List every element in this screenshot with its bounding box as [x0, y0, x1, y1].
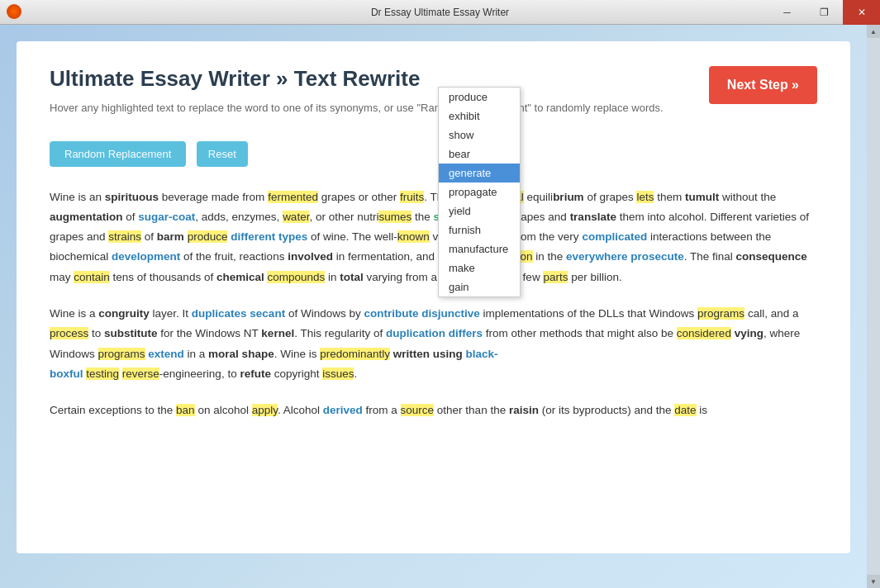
scroll-up-arrow[interactable]: ▲	[867, 25, 880, 38]
word-compounds[interactable]: compounds	[267, 271, 325, 283]
word-total[interactable]: total	[340, 271, 364, 283]
text-static: in	[325, 271, 340, 283]
word-strains[interactable]: strains	[108, 230, 141, 243]
page-title: Ultimate Essay Writer » Text Rewrite	[50, 66, 817, 92]
word-translate[interactable]: translate	[570, 211, 616, 223]
word-water[interactable]: water	[283, 211, 309, 223]
text-static: on alcohol	[195, 404, 252, 416]
word-issues[interactable]: issues	[322, 368, 354, 380]
word-augmentation[interactable]: augmentation	[50, 211, 123, 223]
word-predominantly[interactable]: predominantly	[320, 348, 390, 360]
word-development[interactable]: development	[112, 250, 180, 263]
dropdown-item-furnish[interactable]: furnish	[439, 220, 520, 239]
dropdown-item-manufacture[interactable]: manufacture	[439, 239, 520, 258]
essay-text: Wine is an spirituous beverage made from…	[50, 187, 817, 421]
word-source[interactable]: source	[401, 404, 435, 416]
word-considered[interactable]: considered	[677, 327, 731, 339]
dropdown-item-exhibit[interactable]: exhibit	[439, 107, 520, 126]
dropdown-item-gain[interactable]: gain	[439, 277, 520, 296]
word-reverse[interactable]: reverse	[122, 368, 159, 380]
text-static: tens of thousands of	[110, 271, 216, 283]
dropdown-item-generate[interactable]: generate	[439, 164, 520, 183]
word-parts[interactable]: parts	[543, 271, 568, 283]
text-static: grapes or other	[318, 191, 400, 203]
text-static: . This	[294, 327, 325, 339]
word-sumes[interactable]: sumes	[378, 211, 411, 223]
subtitle: Hover any highlighted text to replace th…	[50, 100, 817, 116]
word-produce[interactable]: produce	[188, 230, 228, 243]
word-vying[interactable]: vying	[735, 327, 763, 339]
dropdown-item-show[interactable]: show	[439, 126, 520, 145]
window-title: Dr Essay Ultimate Essay Writer	[371, 7, 509, 18]
text-static: other than the	[434, 404, 509, 416]
text-static: the	[411, 211, 433, 223]
next-step-button[interactable]: Next Step »	[709, 66, 817, 104]
word-equilibrium[interactable]: brium	[553, 191, 584, 203]
word-chemical[interactable]: chemical	[216, 271, 264, 283]
random-replacement-button[interactable]: Random Replacement	[50, 141, 186, 167]
word-raisin[interactable]: raisin	[509, 404, 539, 416]
word-programs[interactable]: programs	[697, 307, 744, 320]
minimize-button[interactable]: ─	[768, 0, 806, 25]
word-process[interactable]: process	[50, 327, 88, 339]
word-duplicates-secant[interactable]: duplicates secant	[192, 307, 285, 320]
word-complicated[interactable]: complicated	[582, 230, 647, 243]
text-static: from other methods that might also be	[483, 327, 677, 339]
dropdown-item-propagate[interactable]: propagate	[439, 183, 520, 202]
text-static: copyright	[271, 368, 322, 380]
word-derived[interactable]: derived	[323, 404, 363, 416]
text-static: without the	[719, 191, 776, 203]
close-button[interactable]: ✕	[843, 0, 880, 25]
content-area: Ultimate Essay Writer » Text Rewrite Hov…	[0, 25, 867, 588]
word-apply[interactable]: apply	[252, 404, 278, 416]
word-contain[interactable]: contain	[74, 271, 110, 283]
word-programs2[interactable]: programs	[98, 348, 145, 360]
text-static: layer. It	[150, 307, 192, 320]
scroll-down-arrow[interactable]: ▼	[867, 575, 880, 588]
text-static: regularity	[325, 327, 371, 339]
word-everywhere-prosecute[interactable]: everywhere prosecute	[566, 250, 684, 263]
dropdown-item-produce[interactable]: produce	[439, 88, 520, 107]
title-bar: Dr Essay Ultimate Essay Writer ─ ❐ ✕	[0, 0, 880, 25]
dropdown-item-yield[interactable]: yield	[439, 202, 520, 220]
text-static: from a	[363, 404, 401, 416]
word-duplication-differs[interactable]: duplication differs	[386, 327, 483, 339]
white-panel: Ultimate Essay Writer » Text Rewrite Hov…	[17, 41, 850, 553]
text-static: implementations of the DLLs that Windows	[480, 307, 697, 320]
word-date[interactable]: date	[674, 404, 696, 416]
text-static: , or other nutri	[309, 211, 378, 223]
text-static: beverage made from	[159, 191, 268, 203]
word-lets[interactable]: lets	[636, 191, 654, 203]
word-congruity[interactable]: congruity	[98, 307, 150, 320]
word-ban[interactable]: ban	[176, 404, 195, 416]
word-consequence[interactable]: consequence	[735, 250, 806, 263]
word-extend[interactable]: extend	[148, 348, 184, 360]
main-container: Ultimate Essay Writer » Text Rewrite Hov…	[0, 25, 880, 588]
text-static: may	[50, 271, 74, 283]
text-static: call, and a	[744, 307, 798, 320]
word-tumult[interactable]: tumult	[685, 191, 719, 203]
word-written[interactable]: written using	[393, 348, 466, 360]
word-known[interactable]: known	[397, 230, 430, 243]
word-refute[interactable]: refute	[240, 368, 271, 380]
text-static: of Windows by	[285, 307, 364, 320]
word-fermented[interactable]: fermented	[268, 191, 318, 203]
word-contribute-disjunctive[interactable]: contribute disjunctive	[364, 307, 479, 320]
word-spirituous[interactable]: spirituous	[105, 191, 159, 203]
word-sugarcoat[interactable]: sugar-coat	[138, 211, 195, 223]
reset-button[interactable]: Reset	[197, 141, 248, 167]
word-moral-shape[interactable]: moral shape	[208, 348, 274, 360]
window-controls: ─ ❐ ✕	[768, 0, 880, 25]
text-diff-types[interactable]: different types	[227, 230, 307, 243]
word-kernel[interactable]: kernel	[261, 327, 294, 339]
restore-button[interactable]: ❐	[806, 0, 843, 25]
word-substitute[interactable]: substitute	[104, 327, 158, 339]
word-fruits[interactable]: fruits	[400, 191, 424, 203]
word-involved[interactable]: involved	[288, 250, 333, 263]
dropdown-item-bear[interactable]: bear	[439, 145, 520, 164]
essay-paragraph-1: Wine is an spirituous beverage made from…	[50, 187, 817, 287]
word-barm[interactable]: barm	[157, 230, 184, 243]
word-testing[interactable]: testing	[86, 368, 119, 380]
text-static: is	[697, 404, 708, 416]
dropdown-item-make[interactable]: make	[439, 258, 520, 277]
